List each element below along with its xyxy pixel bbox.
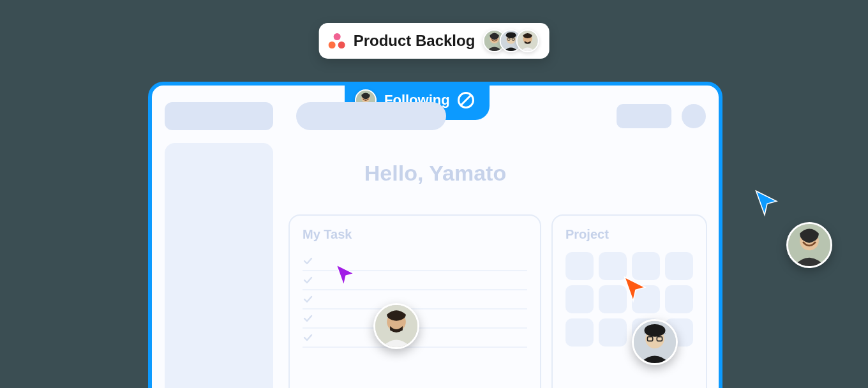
check-icon <box>303 275 313 285</box>
project-tile[interactable] <box>665 285 693 313</box>
presence-avatar[interactable] <box>373 303 419 349</box>
header-placeholder-left <box>165 102 273 130</box>
header-avatar-placeholder[interactable] <box>682 104 706 128</box>
asana-logo-icon <box>328 32 346 50</box>
header-button-placeholder[interactable] <box>617 104 671 128</box>
remote-cursor-orange <box>623 275 648 303</box>
project-tile[interactable] <box>565 285 594 313</box>
my-task-title: My Task <box>303 227 527 242</box>
greeting-text: Hello, Yamato <box>152 161 719 186</box>
app-header <box>165 101 706 131</box>
avatar[interactable] <box>516 29 539 52</box>
member-avatar-stack[interactable] <box>483 29 539 52</box>
project-name: Product Backlog <box>354 32 475 50</box>
project-tile[interactable] <box>565 252 594 280</box>
check-icon <box>303 313 313 324</box>
project-header-pill[interactable]: Product Backlog <box>319 23 550 59</box>
project-title: Project <box>565 227 693 242</box>
presence-avatar[interactable] <box>786 222 832 268</box>
check-icon <box>303 294 313 304</box>
check-icon <box>303 256 313 266</box>
project-tile[interactable] <box>665 252 693 280</box>
presence-avatar[interactable] <box>632 319 678 365</box>
task-row[interactable] <box>303 290 527 310</box>
project-tile[interactable] <box>565 318 594 347</box>
remote-cursor-purple <box>335 263 357 287</box>
search-bar-placeholder[interactable] <box>296 102 446 130</box>
project-tile[interactable] <box>599 318 627 347</box>
remote-cursor-blue <box>754 189 780 217</box>
check-icon <box>303 332 313 343</box>
my-task-panel: My Task <box>288 214 541 388</box>
